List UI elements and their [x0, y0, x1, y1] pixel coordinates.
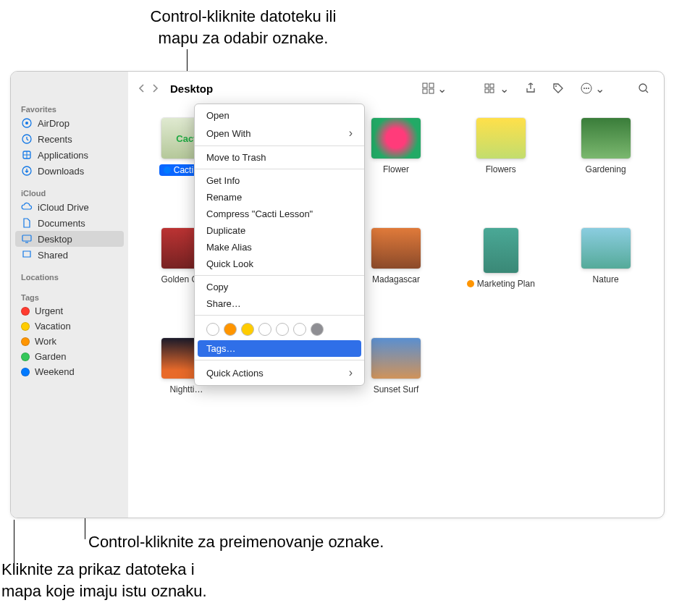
ctx-quick-look[interactable]: Quick Look	[195, 256, 364, 272]
sidebar-head-locations: Locations	[11, 269, 128, 283]
ctx-copy[interactable]: Copy	[195, 279, 364, 295]
ctx-tag-orange[interactable]	[224, 323, 237, 336]
file-thumb	[581, 228, 631, 269]
svg-rect-8	[423, 89, 427, 93]
tag-dot-yellow	[21, 322, 30, 331]
file-label: Madagascar	[372, 274, 420, 284]
downloads-icon	[21, 165, 33, 177]
annotation-mid: Control-kliknite za preimenovanje oznake…	[88, 531, 384, 553]
file-thumb	[371, 338, 421, 379]
sidebar-tag-weekend[interactable]: Weekend	[11, 364, 128, 379]
file-label: Nature	[593, 274, 619, 284]
tags-button[interactable]	[547, 80, 570, 97]
file-flowers[interactable]: Flowers	[452, 118, 549, 219]
shared-icon	[21, 249, 33, 261]
callout-line	[14, 520, 14, 565]
sidebar-tag-garden[interactable]: Garden	[11, 349, 128, 364]
ctx-compress[interactable]: Compress "Cacti Lesson"	[195, 206, 364, 222]
sidebar-tag-work[interactable]: Work	[11, 334, 128, 349]
sidebar-head-tags: Tags	[11, 289, 128, 303]
ctx-trash[interactable]: Move to Trash	[195, 149, 364, 166]
ctx-quick-actions[interactable]: Quick Actions	[195, 363, 364, 382]
svg-point-14	[555, 85, 557, 87]
sidebar-head-icloud: iCloud	[11, 185, 128, 199]
ctx-tag-row	[195, 318, 364, 340]
sidebar-item-airdrop[interactable]: AirDrop	[11, 115, 128, 131]
ctx-tag-empty[interactable]	[258, 323, 271, 336]
file-label: Sunset Surf	[374, 384, 419, 395]
sidebar-item-applications[interactable]: Applications	[11, 147, 128, 163]
tag-dot-green	[21, 353, 30, 361]
ctx-separator	[195, 315, 364, 316]
ctx-open[interactable]: Open	[195, 107, 364, 124]
sidebar-item-shared[interactable]: Shared	[11, 247, 128, 263]
context-menu: Open Open With Move to Trash Get Info Re…	[194, 104, 365, 386]
file-thumb	[371, 118, 421, 159]
file-label: Flowers	[486, 164, 516, 174]
ctx-tag-gray[interactable]	[311, 323, 324, 336]
tag-dot-red	[21, 307, 30, 316]
ctx-separator	[195, 360, 364, 360]
ctx-tags[interactable]: Tags…	[198, 340, 361, 357]
svg-point-1	[25, 122, 28, 125]
ctx-tag-empty[interactable]	[293, 323, 306, 336]
ctx-tag-none[interactable]	[206, 323, 219, 336]
ctx-open-with[interactable]: Open With	[195, 124, 364, 143]
ctx-get-info[interactable]: Get Info	[195, 172, 364, 189]
sidebar-tag-vacation[interactable]: Vacation	[11, 318, 128, 334]
file-thumb	[476, 118, 526, 159]
svg-rect-9	[429, 89, 434, 93]
ctx-duplicate[interactable]: Duplicate	[195, 222, 364, 239]
chevron-down-icon: ⌄	[500, 82, 509, 96]
tag-dot-blue	[21, 368, 30, 376]
sidebar-item-downloads[interactable]: Downloads	[11, 163, 128, 179]
sidebar: Favorites AirDrop Recents Applications D…	[11, 72, 128, 518]
ctx-rename[interactable]: Rename	[195, 189, 364, 206]
svg-rect-7	[429, 83, 434, 88]
ctx-share[interactable]: Share…	[195, 295, 364, 312]
more-button[interactable]: ⌄	[574, 79, 610, 98]
clock-icon	[21, 133, 33, 145]
svg-rect-11	[490, 84, 494, 88]
svg-rect-10	[485, 84, 489, 88]
sidebar-item-icloud-drive[interactable]: iCloud Drive	[11, 199, 128, 215]
annotation-bot: Kliknite za prikaz datoteka imapa koje i…	[1, 559, 207, 602]
file-thumb	[581, 118, 631, 159]
sidebar-item-documents[interactable]: Documents	[11, 215, 128, 231]
ctx-tag-yellow[interactable]	[241, 323, 254, 336]
toolbar: Desktop ⌄ ⌄ ⌄	[128, 72, 664, 105]
svg-point-16	[584, 88, 585, 89]
chevron-down-icon: ⌄	[595, 82, 605, 96]
svg-rect-5	[22, 235, 31, 241]
search-button[interactable]	[632, 80, 655, 97]
airdrop-icon	[21, 117, 33, 129]
sidebar-tag-urgent[interactable]: Urgent	[11, 303, 128, 318]
file-label: Flower	[383, 164, 409, 174]
file-thumb	[484, 228, 518, 273]
svg-rect-6	[423, 83, 427, 88]
file-gardening[interactable]: Gardening	[557, 118, 654, 219]
sidebar-head-favorites: Favorites	[11, 101, 128, 115]
sidebar-item-desktop[interactable]: Desktop	[15, 231, 124, 247]
tag-dot-orange	[21, 337, 30, 346]
ctx-separator	[195, 169, 364, 169]
annotation-top: Control-kliknite datoteku ilimapu za oda…	[127, 6, 359, 48]
svg-point-17	[586, 88, 587, 89]
svg-rect-12	[485, 89, 489, 93]
share-button[interactable]	[519, 80, 542, 97]
tag-dot-blue	[164, 166, 171, 174]
desktop-icon	[21, 233, 33, 245]
file-marketing[interactable]: Marketing Plan	[452, 228, 549, 329]
ctx-make-alias[interactable]: Make Alias	[195, 239, 364, 256]
file-nature[interactable]: Nature	[557, 228, 654, 329]
ctx-tag-empty[interactable]	[276, 323, 289, 336]
window-title: Desktop	[170, 83, 213, 95]
group-button[interactable]: ⌄	[479, 79, 515, 98]
sidebar-item-recents[interactable]: Recents	[11, 131, 128, 147]
back-button[interactable]	[137, 83, 147, 94]
svg-point-19	[639, 84, 646, 91]
ctx-separator	[195, 275, 364, 276]
applications-icon	[21, 149, 33, 161]
view-icon-button[interactable]: ⌄	[416, 79, 452, 98]
forward-button[interactable]	[150, 83, 160, 94]
